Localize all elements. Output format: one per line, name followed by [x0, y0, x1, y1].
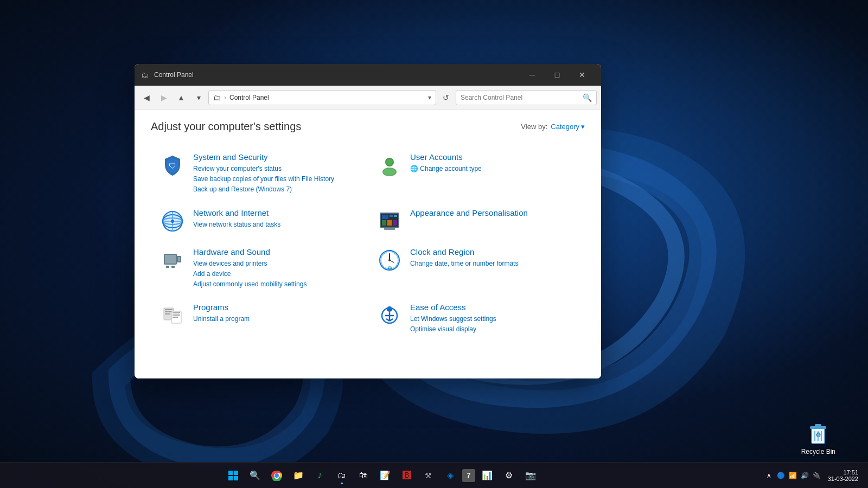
refresh-button[interactable]: ↺ [438, 90, 454, 105]
svg-rect-45 [165, 313, 170, 314]
tray-battery[interactable]: 🔌 [812, 470, 822, 481]
category-system-security[interactable]: 🛡 System and Security Review your comput… [151, 146, 368, 202]
svg-rect-48 [173, 314, 180, 316]
hardware-link-2[interactable]: Add a device [193, 269, 359, 279]
appearance-content: Appearance and Personalisation [410, 208, 576, 220]
svg-rect-24 [390, 215, 393, 217]
system-security-link-2[interactable]: Save backup copies of your files with Fi… [193, 174, 359, 184]
taskbar-settings[interactable]: ⚙ [499, 466, 519, 485]
start-button[interactable] [224, 466, 243, 485]
system-security-icon: 🛡 [159, 152, 186, 178]
svg-rect-29 [384, 228, 395, 230]
tray-edge[interactable]: 🔵 [776, 470, 787, 481]
view-by-control: View by: Category ▾ [521, 123, 585, 131]
category-appearance[interactable]: Appearance and Personalisation [368, 202, 585, 241]
svg-rect-34 [166, 266, 169, 268]
taskbar-control-panel[interactable]: 🗂 [332, 466, 352, 485]
desktop: ♻ Recycle Bin 🗂 Control Panel ─ □ ✕ ◀ ▶ … [0, 0, 868, 488]
user-accounts-link-1[interactable]: 🌐 Change account type [410, 164, 576, 174]
user-accounts-content: User Accounts 🌐 Change account type [410, 152, 576, 174]
taskbar-store[interactable]: 🛍 [354, 466, 373, 485]
network-title[interactable]: Network and Internet [193, 208, 359, 217]
svg-rect-27 [387, 220, 392, 226]
clock-date: 31-03-2022 [828, 476, 858, 482]
ease-of-access-link-2[interactable]: Optimise visual display [410, 324, 576, 335]
category-ease-of-access[interactable]: Ease of Access Let Windows suggest setti… [368, 296, 585, 341]
category-network[interactable]: Network and Internet View network status… [151, 202, 368, 241]
svg-rect-59 [234, 476, 238, 480]
tray-volume[interactable]: 🔊 [800, 470, 810, 481]
address-path: Control Panel [229, 94, 269, 101]
svg-rect-49 [173, 317, 178, 318]
system-security-link-3[interactable]: Back up and Restore (Windows 7) [193, 184, 359, 195]
svg-rect-4 [815, 424, 821, 427]
up-button[interactable]: ▲ [174, 90, 189, 105]
taskbar-notes[interactable]: 📝 [375, 466, 395, 485]
recycle-bin[interactable]: ♻ Recycle Bin [801, 420, 835, 455]
taskbar-app5[interactable]: 📷 [521, 466, 540, 485]
maximize-button[interactable]: □ [545, 66, 570, 84]
tray-wifi[interactable]: 📶 [788, 470, 799, 481]
clock-content: Clock and Region Change date, time or nu… [410, 247, 576, 269]
search-input[interactable] [461, 94, 580, 101]
svg-text:🛡: 🛡 [169, 162, 176, 170]
hardware-link-1[interactable]: View devices and printers [193, 259, 359, 269]
appearance-title[interactable]: Appearance and Personalisation [410, 208, 576, 217]
taskbar-app1[interactable]: 🅱 [397, 466, 417, 485]
address-dropdown-icon[interactable]: ▾ [428, 94, 431, 101]
clock-link-1[interactable]: Change date, time or number formats [410, 259, 576, 269]
network-icon [159, 208, 186, 234]
taskbar-clock[interactable]: 17:51 31-03-2022 [825, 467, 861, 484]
svg-rect-56 [228, 471, 233, 475]
svg-rect-28 [393, 220, 397, 226]
title-bar: 🗂 Control Panel ─ □ ✕ [135, 64, 601, 86]
programs-content: Programs Uninstall a program [193, 303, 359, 324]
network-link-1[interactable]: View network status and tasks [193, 220, 359, 230]
system-tray: ∧ 🔵 📶 🔊 🔌 [764, 470, 822, 481]
nav-bar: ◀ ▶ ▲ ▾ 🗂 › Control Panel ▾ ↺ 🔍 [135, 86, 601, 110]
view-by-dropdown[interactable]: Category ▾ [551, 123, 585, 131]
taskbar-app2[interactable]: ⚒ [419, 466, 438, 485]
address-bar[interactable]: 🗂 › Control Panel ▾ [208, 90, 436, 105]
svg-rect-25 [394, 215, 397, 217]
window-title: Control Panel [154, 71, 515, 79]
taskbar-chrome[interactable] [267, 466, 286, 485]
tray-expand[interactable]: ∧ [764, 470, 775, 481]
svg-rect-35 [171, 266, 175, 268]
ease-of-access-content: Ease of Access Let Windows suggest setti… [410, 303, 576, 335]
user-accounts-title[interactable]: User Accounts [410, 152, 576, 162]
system-security-link-1[interactable]: Review your computer's status [193, 164, 359, 174]
search-bar[interactable]: 🔍 [456, 90, 597, 105]
taskbar-spotify[interactable]: ♪ [310, 466, 330, 485]
back-button[interactable]: ◀ [139, 90, 154, 105]
system-security-title[interactable]: System and Security [193, 152, 359, 162]
category-hardware[interactable]: Hardware and Sound View devices and prin… [151, 241, 368, 297]
category-user-accounts[interactable]: User Accounts 🌐 Change account type [368, 146, 585, 202]
svg-point-40 [388, 259, 391, 261]
taskbar-vscode[interactable]: ◈ [441, 466, 460, 485]
hardware-link-3[interactable]: Adjust commonly used mobility settings [193, 279, 359, 290]
taskbar-search[interactable]: 🔍 [245, 466, 265, 485]
category-clock[interactable]: 🌍 Clock and Region Change date, time or … [368, 241, 585, 297]
recycle-bin-label: Recycle Bin [801, 448, 835, 455]
programs-title[interactable]: Programs [193, 303, 359, 312]
clock-title[interactable]: Clock and Region [410, 247, 576, 256]
ease-of-access-title[interactable]: Ease of Access [410, 303, 576, 312]
svg-rect-23 [382, 215, 388, 219]
taskbar-right: ∧ 🔵 📶 🔊 🔌 17:51 31-03-2022 [764, 467, 868, 484]
close-button[interactable]: ✕ [570, 66, 595, 84]
taskbar-app3[interactable]: 7 [462, 469, 475, 482]
appearance-icon [376, 208, 403, 234]
taskbar-app4[interactable]: 📊 [477, 466, 497, 485]
forward-button[interactable]: ▶ [156, 90, 171, 105]
svg-point-61 [275, 473, 279, 478]
hardware-title[interactable]: Hardware and Sound [193, 247, 359, 256]
category-programs[interactable]: Programs Uninstall a program [151, 296, 368, 341]
minimize-button[interactable]: ─ [520, 66, 545, 84]
ease-of-access-link-1[interactable]: Let Windows suggest settings [410, 314, 576, 324]
recent-button[interactable]: ▾ [191, 90, 206, 105]
search-icon[interactable]: 🔍 [583, 93, 592, 102]
taskbar-explorer[interactable]: 📁 [289, 466, 308, 485]
programs-link-1[interactable]: Uninstall a program [193, 314, 359, 324]
svg-rect-57 [234, 471, 238, 475]
